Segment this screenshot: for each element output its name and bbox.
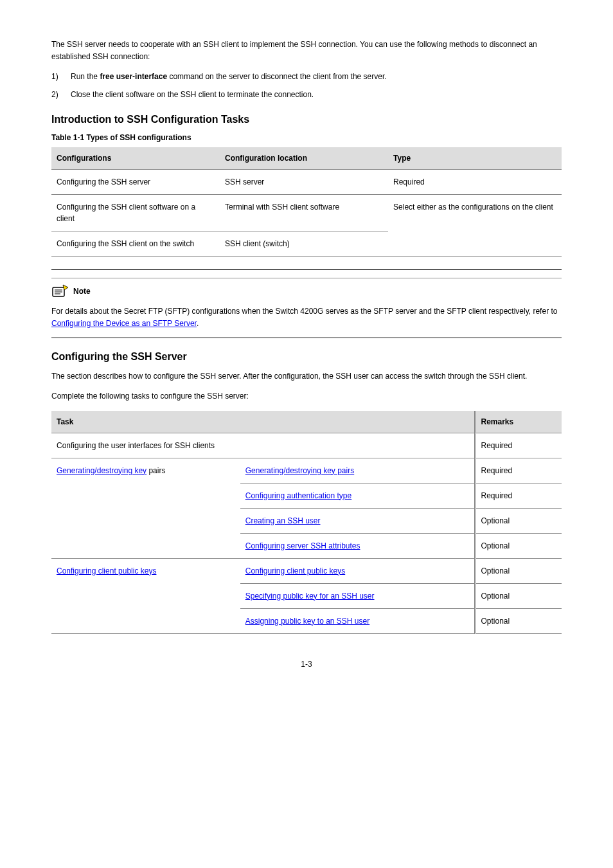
page-number: 1-3	[51, 660, 562, 669]
table-cell: Generating/destroying key pairs	[51, 458, 240, 558]
table-cell: Required	[475, 433, 562, 458]
table-cell: Required	[475, 458, 562, 483]
table-cell: Required	[475, 483, 562, 508]
table-cell: Optional	[475, 608, 562, 633]
subtask-link[interactable]: Assigning public key to an SSH user	[245, 617, 369, 626]
list-marker: 1)	[51, 71, 71, 83]
subtask-link[interactable]: Specifying public key for an SSH user	[245, 592, 375, 601]
table-cell: Configuring the user interfaces for SSH …	[51, 433, 475, 458]
subtask-link[interactable]: Generating/destroying key pairs	[245, 466, 354, 475]
task-link[interactable]: Generating/destroying key	[57, 466, 147, 475]
table-header: Type	[388, 147, 562, 170]
table-cell: Specifying public key for an SSH user	[240, 583, 475, 608]
intro-list: 1) Run the free user-interface command o…	[51, 71, 562, 100]
note-icon	[51, 284, 69, 299]
table-header: Remarks	[475, 411, 562, 433]
task-link[interactable]: Configuring client public keys	[57, 566, 156, 575]
table-row: Configuring the SSH client software on a…	[51, 194, 562, 231]
table-cell: Creating an SSH user	[240, 508, 475, 533]
table-cell: Assigning public key to an SSH user	[240, 608, 475, 633]
table-cell: Configuring client public keys	[240, 558, 475, 583]
table-cell: Optional	[475, 558, 562, 583]
table-row: Configuring the user interfaces for SSH …	[51, 433, 562, 458]
ssh-server-tasks-table: Task Remarks Configuring the user interf…	[51, 411, 562, 634]
table-cell: Configuring server SSH attributes	[240, 533, 475, 558]
table-cell: Required	[388, 169, 562, 194]
table-cell: Select either as the configurations on t…	[388, 194, 562, 256]
table-cell: Configuring the SSH client on the switch	[51, 231, 220, 256]
table-cell: Generating/destroying key pairs	[240, 458, 475, 483]
note-link[interactable]: Configuring the Device as an SFTP Server	[51, 319, 197, 328]
note-label: Note	[73, 287, 91, 296]
list-text: Run the free user-interface command on t…	[71, 71, 387, 83]
section-heading: Introduction to SSH Configuration Tasks	[51, 114, 562, 125]
table-cell: Terminal with SSH client software	[220, 194, 388, 231]
table-cell: Optional	[475, 583, 562, 608]
table-caption: Table 1-1 Types of SSH configurations	[51, 133, 562, 142]
subtask-link[interactable]: Creating an SSH user	[245, 516, 321, 525]
table-header: Configuration location	[220, 147, 388, 170]
note-header: Note	[51, 284, 562, 299]
note-text: For details about the Secret FTP (SFTP) …	[51, 305, 562, 330]
subtask-link[interactable]: Configuring client public keys	[245, 566, 345, 575]
table-cell: SSH client (switch)	[220, 231, 388, 256]
section-heading: Configuring the SSH Server	[51, 351, 562, 363]
table-row: Configuring the SSH server SSH server Re…	[51, 169, 562, 194]
list-item: 1) Run the free user-interface command o…	[51, 71, 562, 83]
list-item: 2) Close the client software on the SSH …	[51, 89, 562, 101]
subtask-link[interactable]: Configuring server SSH attributes	[245, 541, 360, 550]
table-cell: Configuring the SSH client software on a…	[51, 194, 220, 231]
ssh-server-section: Configuring the SSH Server The section d…	[51, 351, 562, 633]
table-cell: SSH server	[220, 169, 388, 194]
subtask-link[interactable]: Configuring authentication type	[245, 491, 351, 500]
config-tasks-section: Introduction to SSH Configuration Tasks …	[51, 114, 562, 338]
intro-paragraph: The SSH server needs to cooperate with a…	[51, 39, 562, 63]
config-types-table: Configurations Configuration location Ty…	[51, 147, 562, 257]
table-header: Configurations	[51, 147, 220, 170]
table-row: Generating/destroying key pairs Generati…	[51, 458, 562, 483]
intro-section: The SSH server needs to cooperate with a…	[51, 39, 562, 101]
body-paragraph: Complete the following tasks to configur…	[51, 390, 562, 402]
list-marker: 2)	[51, 89, 71, 101]
table-cell: Configuring the SSH server	[51, 169, 220, 194]
table-row: Configuring client public keys Configuri…	[51, 558, 562, 583]
table-cell: Configuring client public keys	[51, 558, 240, 633]
table-cell: Optional	[475, 533, 562, 558]
body-paragraph: The section describes how to configure t…	[51, 370, 562, 383]
table-cell: Configuring authentication type	[240, 483, 475, 508]
note-box: Note For details about the Secret FTP (S…	[51, 269, 562, 338]
table-cell: Optional	[475, 508, 562, 533]
list-text: Close the client software on the SSH cli…	[71, 89, 314, 101]
table-header: Task	[51, 411, 475, 433]
